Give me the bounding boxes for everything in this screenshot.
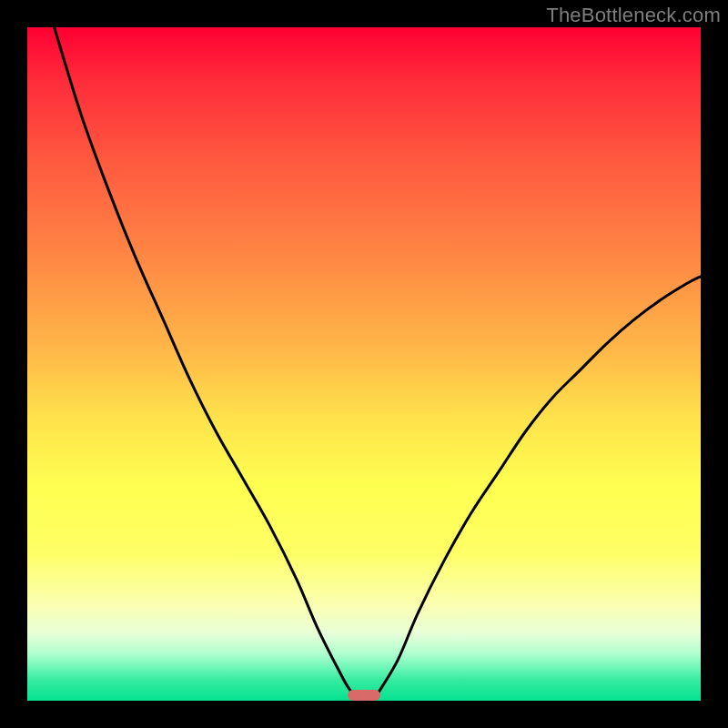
chart-frame: TheBottleneck.com <box>0 0 728 728</box>
curve-left-branch <box>55 27 364 697</box>
watermark-text: TheBottleneck.com <box>546 4 721 27</box>
curve-layer <box>27 27 701 701</box>
minimum-marker <box>348 690 380 701</box>
curve-right-branch <box>378 277 701 694</box>
